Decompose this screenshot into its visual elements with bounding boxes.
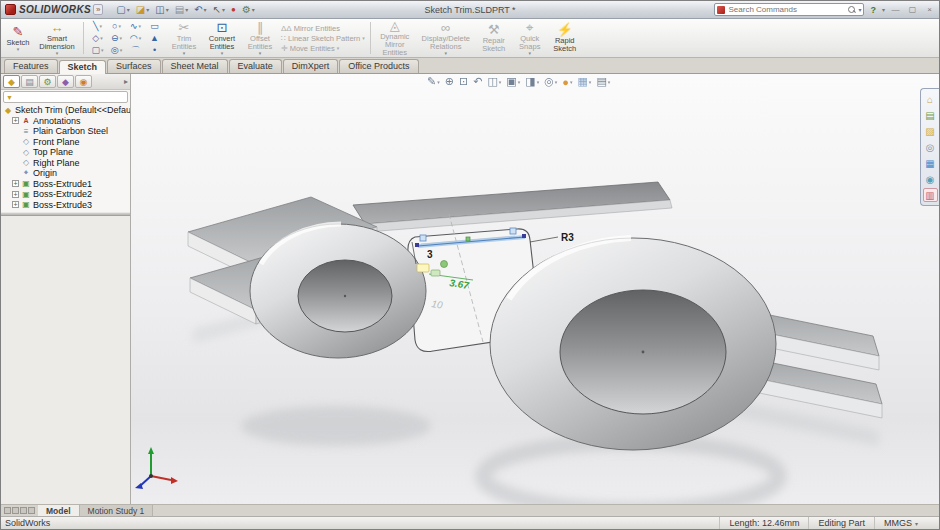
tree-item-front-plane[interactable]: ◇ Front Plane	[3, 137, 130, 148]
rectangle-tool[interactable]: ▭	[145, 21, 164, 31]
view-orientation-button[interactable]: ▣▾	[506, 75, 520, 88]
line-tool[interactable]: ╲▾	[88, 21, 107, 31]
sketch-fillet-tool[interactable]: ▲	[145, 33, 164, 43]
endpoint-right[interactable]	[522, 234, 526, 238]
print-document-button[interactable]: ▤ ▾	[172, 2, 191, 17]
dimxpert-manager-tab[interactable]: ◆	[57, 75, 74, 88]
mirror-entities-button[interactable]: ΔΔ Mirror Entities	[281, 24, 365, 33]
panel-collapse-arrow-icon[interactable]: ▸	[124, 77, 128, 86]
configuration-manager-tab[interactable]: ⚙	[39, 75, 56, 88]
solidworks-resources-button[interactable]: ⌂	[923, 92, 938, 106]
tree-item-annotations[interactable]: + A Annotations	[3, 116, 130, 127]
trim-entities-button[interactable]: ✂ Trim Entities ▾	[166, 19, 202, 57]
section-view-button[interactable]: ◫▾	[487, 75, 501, 88]
zoom-to-fit-button[interactable]: ⊕	[445, 75, 454, 88]
tab-sketch[interactable]: Sketch	[59, 60, 107, 74]
sheet-nav-last-button[interactable]	[28, 507, 35, 514]
select-button[interactable]: ↖ ▾	[210, 2, 228, 17]
centerpoint-arc-tool[interactable]: ◎▾	[107, 45, 126, 55]
view-settings-button[interactable]: ▤▾	[596, 75, 610, 88]
tangent-arc-tool[interactable]: ⌒	[126, 44, 145, 57]
move-entities-button[interactable]: ✛ Move Entities ▾	[281, 44, 365, 53]
property-manager-tab[interactable]: ▤	[21, 75, 38, 88]
menu-expand-icon[interactable]: »	[93, 4, 103, 15]
expander-icon[interactable]: +	[12, 117, 19, 124]
tree-item-right-plane[interactable]: ◇ Right Plane	[3, 158, 130, 169]
tree-item-top-plane[interactable]: ◇ Top Plane	[3, 147, 130, 158]
tab-motion-study[interactable]: Motion Study 1	[80, 505, 154, 516]
search-results-button[interactable]: ◎	[923, 140, 938, 154]
search-commands-box[interactable]: ▾	[714, 3, 864, 16]
display-manager-tab[interactable]: ◉	[75, 75, 92, 88]
tab-office-products[interactable]: Office Products	[339, 59, 418, 73]
tree-root[interactable]: ◆ Sketch Trim (Default<<Default>_	[3, 105, 130, 116]
sketch-tool-button[interactable]: ✎▾	[427, 75, 440, 88]
point-tool[interactable]: •	[145, 45, 164, 55]
polygon-tool[interactable]: ◇▾	[88, 33, 107, 43]
expander-icon[interactable]: +	[12, 201, 19, 208]
view-palette-button[interactable]: ▦	[923, 156, 938, 170]
tree-item-material[interactable]: ≡ Plain Carbon Steel	[3, 126, 130, 137]
appearances-scenes-button[interactable]: ◉	[923, 172, 938, 186]
restore-button[interactable]: ▢	[906, 5, 919, 14]
expander-icon[interactable]: +	[12, 180, 19, 187]
tab-sheet-metal[interactable]: Sheet Metal	[162, 59, 228, 73]
units-selector[interactable]: MMGS ▾	[874, 517, 927, 529]
tree-item-boss-extrude1[interactable]: + ▣ Boss-Extrude1	[3, 179, 130, 190]
undo-button[interactable]: ↶ ▾	[191, 2, 209, 17]
file-explorer-button[interactable]: ▨	[923, 124, 938, 138]
arc-tool[interactable]: ◠▾	[126, 33, 145, 43]
convert-entities-button[interactable]: ⊡ Convert Entities ▾	[202, 19, 242, 57]
repair-sketch-button[interactable]: ⚒ Repair Sketch	[475, 19, 513, 57]
tree-item-origin[interactable]: ⌖ Origin	[3, 168, 130, 179]
tab-features[interactable]: Features	[4, 59, 58, 73]
rapid-sketch-button[interactable]: ⚡ Rapid Sketch	[547, 19, 583, 57]
rebuild-button[interactable]: ●	[228, 2, 239, 17]
smart-dimension-button[interactable]: ↔ Smart Dimension ▾	[33, 19, 81, 57]
filter-input[interactable]	[15, 93, 125, 102]
centerpoint-rectangle-tool[interactable]: ▢▾	[88, 45, 107, 55]
midpoint-marker[interactable]	[466, 237, 470, 241]
close-button[interactable]: ×	[923, 5, 936, 14]
expander-icon[interactable]: +	[12, 191, 19, 198]
sheet-nav-next-button[interactable]	[20, 507, 27, 514]
minimize-button[interactable]: —	[889, 5, 902, 14]
display-style-button[interactable]: ◨▾	[525, 75, 539, 88]
spline-tool[interactable]: ∿▾	[126, 21, 145, 31]
help-button[interactable]: ?	[868, 5, 878, 15]
dynamic-mirror-button[interactable]: ◬ Dynamic Mirror Entities	[373, 19, 417, 57]
sketch-button[interactable]: ✎ Sketch ▾	[3, 19, 33, 57]
slot-tool[interactable]: ⊖▾	[107, 33, 126, 43]
resize-grip[interactable]	[927, 517, 939, 529]
linear-sketch-pattern-button[interactable]: ∷ Linear Sketch Pattern ▾	[281, 34, 365, 43]
tab-surfaces[interactable]: Surfaces	[107, 59, 161, 73]
sheet-nav-first-button[interactable]	[4, 507, 11, 514]
search-input[interactable]	[728, 5, 847, 14]
relation-box-right[interactable]	[510, 228, 516, 234]
tab-evaluate[interactable]: Evaluate	[229, 59, 282, 73]
design-library-button[interactable]: ▤	[923, 108, 938, 122]
quick-snaps-button[interactable]: ⌖ Quick Snaps ▾	[513, 19, 547, 57]
options-button[interactable]: ⚙ ▾	[239, 2, 258, 17]
tree-item-boss-extrude2[interactable]: + ▣ Boss-Extrude2	[3, 189, 130, 200]
circle-tool[interactable]: ○▾	[107, 21, 126, 31]
save-document-button[interactable]: ◫ ▾	[152, 2, 171, 17]
previous-view-button[interactable]: ↶	[473, 75, 482, 88]
dropdown-icon[interactable]: ▾	[858, 6, 861, 13]
offset-entities-button[interactable]: ∥ Offset Entities ▾	[242, 19, 278, 57]
display-delete-relations-button[interactable]: ∞ Display/Delete Relations ▾	[417, 19, 475, 57]
viewport-canvas[interactable]: 3 R3 3.67 10	[131, 74, 940, 506]
tab-model[interactable]: Model	[38, 505, 80, 516]
zoom-to-area-button[interactable]: ⊡	[459, 75, 468, 88]
new-document-button[interactable]: ▢ ▾	[113, 2, 132, 17]
apply-scene-button[interactable]: ▦▾	[577, 75, 591, 88]
tree-item-boss-extrude3[interactable]: + ▣ Boss-Extrude3	[3, 200, 130, 211]
dimension-r3[interactable]: R3	[561, 232, 574, 243]
search-icon[interactable]	[847, 5, 856, 14]
relation-box-left[interactable]	[420, 235, 426, 241]
tree-filter-box[interactable]: ▼	[3, 91, 128, 103]
open-document-button[interactable]: ◪ ▾	[133, 2, 152, 17]
graphics-viewport[interactable]: 3 R3 3.67 10 ✎	[131, 74, 940, 506]
edit-appearance-button[interactable]: ●▾	[562, 76, 572, 88]
dimension-3[interactable]: 3	[427, 249, 433, 260]
